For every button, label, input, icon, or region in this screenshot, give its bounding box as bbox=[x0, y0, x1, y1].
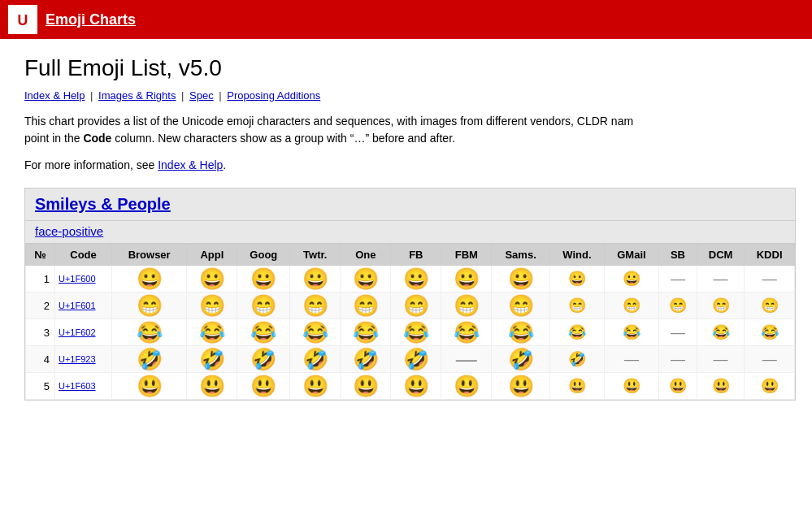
col-sams: Sams. bbox=[492, 245, 550, 266]
unicode-logo: U bbox=[8, 5, 37, 34]
index-help-link[interactable]: Index & Help bbox=[24, 89, 85, 102]
subsection-header: face-positive bbox=[25, 221, 795, 244]
nav-links: Index & Help | Images & Rights | Spec | … bbox=[24, 89, 796, 102]
header: U Emoji Charts bbox=[0, 0, 812, 39]
table-container: Smileys & People face-positive № Code Br… bbox=[24, 188, 796, 401]
col-sb: SB bbox=[659, 245, 697, 266]
page-title: Full Emoji List, v5.0 bbox=[24, 55, 796, 81]
col-dcm: DCM bbox=[697, 245, 744, 266]
table-row: 5U+1F603😃😃😃😃😃😃😃😃😃😃😃😃😃 bbox=[26, 373, 795, 400]
col-wind: Wind. bbox=[549, 245, 604, 266]
more-info-link[interactable]: Index & Help bbox=[158, 158, 223, 171]
table-row: 1U+1F600😀😀😀😀😀😀😀😀😀😀——— bbox=[26, 266, 795, 292]
col-appl: Appl bbox=[187, 245, 237, 266]
table-row: 2U+1F601😁😁😁😁😁😁😁😁😁😁😁😁😁 bbox=[26, 292, 795, 319]
col-kddi: KDDI bbox=[745, 245, 795, 266]
table-row: 3U+1F602😂😂😂😂😂😂😂😂😂😂—😂😂 bbox=[26, 319, 795, 346]
col-fb: FB bbox=[391, 245, 441, 266]
table-header-row: № Code Browser Appl Goog Twtr. One FB FB… bbox=[26, 245, 795, 266]
section-header: Smileys & People bbox=[25, 188, 795, 221]
section-title-link[interactable]: Smileys & People bbox=[35, 195, 171, 213]
svg-text:U: U bbox=[18, 12, 28, 28]
code-label: Code bbox=[83, 132, 111, 145]
images-rights-link[interactable]: Images & Rights bbox=[98, 89, 176, 102]
col-gmail: GMail bbox=[604, 245, 658, 266]
col-fbm: FBM bbox=[441, 245, 492, 266]
col-code: Code bbox=[55, 245, 112, 266]
subsection-title-link[interactable]: face-positive bbox=[35, 224, 103, 238]
col-num: № bbox=[26, 245, 55, 266]
site-title[interactable]: Emoji Charts bbox=[46, 11, 136, 28]
more-info: For more information, see Index & Help. bbox=[24, 158, 796, 171]
description: This chart provides a list of the Unicod… bbox=[24, 113, 796, 147]
proposing-additions-link[interactable]: Proposing Additions bbox=[227, 89, 320, 102]
main-content: Full Emoji List, v5.0 Index & Help | Ima… bbox=[0, 39, 812, 417]
spec-link[interactable]: Spec bbox=[189, 89, 214, 102]
col-goog: Goog bbox=[237, 245, 290, 266]
col-twtr: Twtr. bbox=[290, 245, 341, 266]
col-browser: Browser bbox=[112, 245, 187, 266]
emoji-table: № Code Browser Appl Goog Twtr. One FB FB… bbox=[25, 244, 795, 400]
col-one: One bbox=[341, 245, 391, 266]
table-row: 4U+1F923🤣🤣🤣🤣🤣🤣—🤣🤣———— bbox=[26, 346, 795, 373]
